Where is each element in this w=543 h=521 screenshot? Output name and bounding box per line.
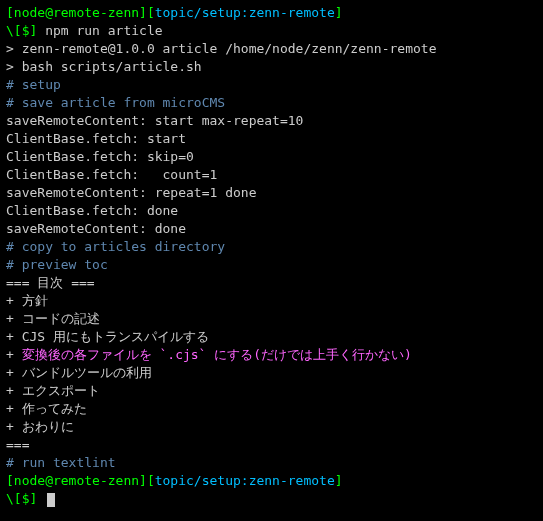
toc-item: + おわりに (6, 418, 537, 436)
bracket: [ (147, 5, 155, 20)
user-host: node@remote-zenn (14, 5, 139, 20)
git-branch: topic/setup:zenn-remote (155, 473, 335, 488)
prompt-symbol: \[$] (6, 23, 45, 38)
output-line: ClientBase.fetch: skip=0 (6, 148, 537, 166)
output-line: ClientBase.fetch: done (6, 202, 537, 220)
output-line: ClientBase.fetch: start (6, 130, 537, 148)
cursor (47, 493, 55, 507)
toc-item: + コードの記述 (6, 310, 537, 328)
output-line: > bash scripts/article.sh (6, 58, 537, 76)
toc-header: === 目次 === (6, 274, 537, 292)
comment-line: # setup (6, 76, 537, 94)
command-line-1[interactable]: \[$] npm run article (6, 22, 537, 40)
git-branch: topic/setup:zenn-remote (155, 5, 335, 20)
bracket: [ (6, 5, 14, 20)
prompt-line-2: [node@remote-zenn][topic/setup:zenn-remo… (6, 472, 537, 490)
bracket: [ (147, 473, 155, 488)
toc-item: + CJS 用にもトランスパイルする (6, 328, 537, 346)
comment-line: # copy to articles directory (6, 238, 537, 256)
comment-line: # save article from microCMS (6, 94, 537, 112)
output-line: ClientBase.fetch: count=1 (6, 166, 537, 184)
output-line: saveRemoteContent: done (6, 220, 537, 238)
toc-footer: === (6, 436, 537, 454)
toc-item: + バンドルツールの利用 (6, 364, 537, 382)
bracket: ] (335, 5, 343, 20)
toc-item: + エクスポート (6, 382, 537, 400)
command-line-2[interactable]: \[$] (6, 490, 537, 508)
comment-line: # preview toc (6, 256, 537, 274)
prompt-symbol: \[$] (6, 491, 45, 506)
output-line: > zenn-remote@1.0.0 article /home/node/z… (6, 40, 537, 58)
toc-item-highlighted: + 変換後の各ファイルを `.cjs` にする(だけでは上手く行かない) (6, 346, 537, 364)
output-line: saveRemoteContent: start max-repeat=10 (6, 112, 537, 130)
toc-item: + 方針 (6, 292, 537, 310)
command-text: npm run article (45, 23, 162, 38)
bullet: + (6, 347, 22, 362)
output-line: saveRemoteContent: repeat=1 done (6, 184, 537, 202)
user-host: node@remote-zenn (14, 473, 139, 488)
comment-line: # run textlint (6, 454, 537, 472)
terminal-output: [node@remote-zenn][topic/setup:zenn-remo… (6, 4, 537, 508)
prompt-line-1: [node@remote-zenn][topic/setup:zenn-remo… (6, 4, 537, 22)
highlighted-text: 変換後の各ファイルを `.cjs` にする(だけでは上手く行かない) (22, 347, 412, 362)
bracket: ] (139, 473, 147, 488)
bracket: ] (139, 5, 147, 20)
toc-item: + 作ってみた (6, 400, 537, 418)
bracket: ] (335, 473, 343, 488)
bracket: [ (6, 473, 14, 488)
